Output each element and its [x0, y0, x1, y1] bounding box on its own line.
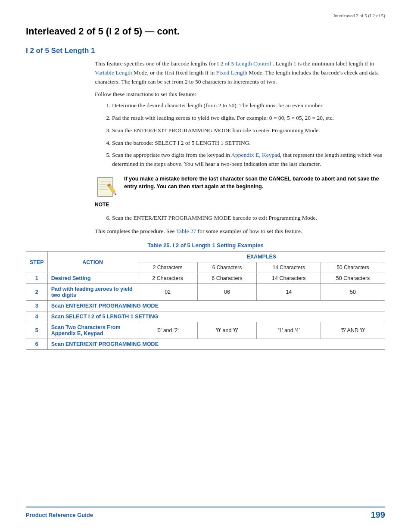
row5-val2: '0' and '6' [197, 322, 257, 339]
completes-text: This completes the procedure. See Table … [95, 227, 385, 236]
row1-val2: 6 Characters [197, 273, 257, 284]
completes-suffix: for some examples of how to set this fea… [198, 228, 302, 234]
row5-val4: '5' AND '0' [321, 322, 385, 339]
table-row: 1 Desired Setting 2 Characters 6 Charact… [26, 273, 385, 284]
step6-text: Scan the ENTER/EXIT PROGRAMMING MODE bar… [112, 215, 317, 221]
examples-table: STEP ACTION EXAMPLES 2 Characters 6 Char… [26, 251, 385, 350]
instructions-list: Determine the desired character length (… [112, 101, 385, 169]
footer-left: Product Reference Guide [26, 512, 93, 518]
sub-col-2char: 2 Characters [138, 262, 197, 273]
footer-right: 199 [371, 510, 385, 520]
row4-action: Scan SELECT I 2 of 5 LENGTH 1 SETTING [47, 311, 385, 322]
row4-step: 4 [26, 311, 48, 322]
page-header: Interleaved 2 of 5 (I 2 of 5) [26, 13, 385, 18]
row1-val1: 2 Characters [138, 273, 197, 284]
link-appendix-e-table[interactable]: Appendix E, Keypad [51, 330, 103, 336]
list-item: Scan the ENTER/EXIT PROGRAMMING MODE bar… [112, 126, 385, 135]
body-text-1c: Mode, or the first fixed length if in [134, 69, 215, 76]
table-row: 6 Scan ENTER/EXIT PROGRAMMING MODE [26, 339, 385, 350]
list-item: Scan the appropriate two digits from the… [112, 151, 385, 169]
row3-action: Scan ENTER/EXIT PROGRAMMING MODE [47, 301, 385, 311]
row5-action-text: Scan Two Characters From [51, 324, 121, 330]
page-footer: Product Reference Guide 199 [26, 507, 385, 520]
table-row: 4 Scan SELECT I 2 of 5 LENGTH 1 SETTING [26, 311, 385, 322]
instructions-list-continued: Scan the ENTER/EXIT PROGRAMMING MODE bar… [112, 214, 385, 223]
row1-val4: 50 Characters [321, 273, 385, 284]
list-item: Determine the desired character length (… [112, 101, 385, 110]
list-item: Pad the result with leading zeroes to yi… [112, 114, 385, 123]
row1-val3: 14 Characters [257, 273, 321, 284]
table-title: Table 25. I 2 of 5 Length 1 Setting Exam… [26, 242, 385, 249]
note-icon [95, 176, 117, 200]
row2-val4: 50 [321, 284, 385, 301]
row5-action: Scan Two Characters From Appendix E, Key… [47, 322, 138, 339]
row2-val2: 06 [197, 284, 257, 301]
sub-col-14char: 14 Characters [257, 262, 321, 273]
col-header-examples: EXAMPLES [138, 252, 385, 262]
step5-text-before: Scan the appropriate two digits from the… [112, 152, 231, 158]
step1-text: Determine the desired character length (… [112, 102, 324, 109]
row6-step: 6 [26, 339, 48, 350]
page-title: Interleaved 2 of 5 (I 2 of 5) — cont. [26, 26, 385, 37]
table-row: 2 Pad with leading zeroes to yield two d… [26, 284, 385, 301]
link-table27[interactable]: Table 27 [176, 228, 196, 234]
row6-action: Scan ENTER/EXIT PROGRAMMING MODE [47, 339, 385, 350]
row2-val1: 02 [138, 284, 197, 301]
body-text-1: This feature specifies one of the barcod… [95, 60, 215, 67]
col-header-step: STEP [26, 252, 48, 273]
list-item: Scan the barcode: SELECT I 2 of 5 LENGTH… [112, 139, 385, 148]
note-label: NOTE [95, 202, 385, 208]
table-row: 5 Scan Two Characters From Appendix E, K… [26, 322, 385, 339]
note-box: If you make a mistake before the last ch… [95, 175, 385, 208]
row1-step: 1 [26, 273, 48, 284]
link-variable-length[interactable]: Variable Length [95, 69, 132, 76]
row5-val1: '0' and '2' [138, 322, 197, 339]
step3-text: Scan the ENTER/EXIT PROGRAMMING MODE bar… [112, 127, 320, 134]
completes-prefix: This completes the procedure. See [95, 228, 175, 234]
header-text: Interleaved 2 of 5 (I 2 of 5) [333, 13, 385, 18]
col-header-action: ACTION [47, 252, 138, 273]
row3-step: 3 [26, 301, 48, 311]
follow-text: Follow these instructions to set this fe… [95, 91, 385, 98]
table-row: 3 Scan ENTER/EXIT PROGRAMMING MODE [26, 301, 385, 311]
step2-text: Pad the result with leading zeroes to yi… [112, 115, 334, 121]
link-appendix-e[interactable]: Appendix E, Keypad [231, 152, 280, 158]
sub-col-6char: 6 Characters [197, 262, 257, 273]
list-item: Scan the ENTER/EXIT PROGRAMMING MODE bar… [112, 214, 385, 223]
note-text: If you make a mistake before the last ch… [124, 175, 385, 190]
link-i2of5-length-control[interactable]: I 2 of 5 Length Control [217, 60, 271, 67]
page: Interleaved 2 of 5 (I 2 of 5) Interleave… [0, 0, 411, 532]
row1-action: Desired Setting [47, 273, 138, 284]
row5-val3: '1' and '4' [257, 322, 321, 339]
body-text-1b: . Length 1 is the minimum label length i… [273, 60, 374, 67]
row5-step: 5 [26, 322, 48, 339]
note-inner: If you make a mistake before the last ch… [95, 175, 385, 200]
section-body: This feature specifies one of the barcod… [95, 59, 385, 87]
step4-text: Scan the barcode: SELECT I 2 of 5 LENGTH… [112, 140, 251, 146]
sub-col-50char: 50 Characters [321, 262, 385, 273]
row2-val3: 14 [257, 284, 321, 301]
row2-action: Pad with leading zeroes to yield two dig… [47, 284, 138, 301]
section-title: I 2 of 5 Set Length 1 [26, 47, 385, 55]
link-fixed-length[interactable]: Fixed Length [216, 69, 247, 76]
row2-step: 2 [26, 284, 48, 301]
